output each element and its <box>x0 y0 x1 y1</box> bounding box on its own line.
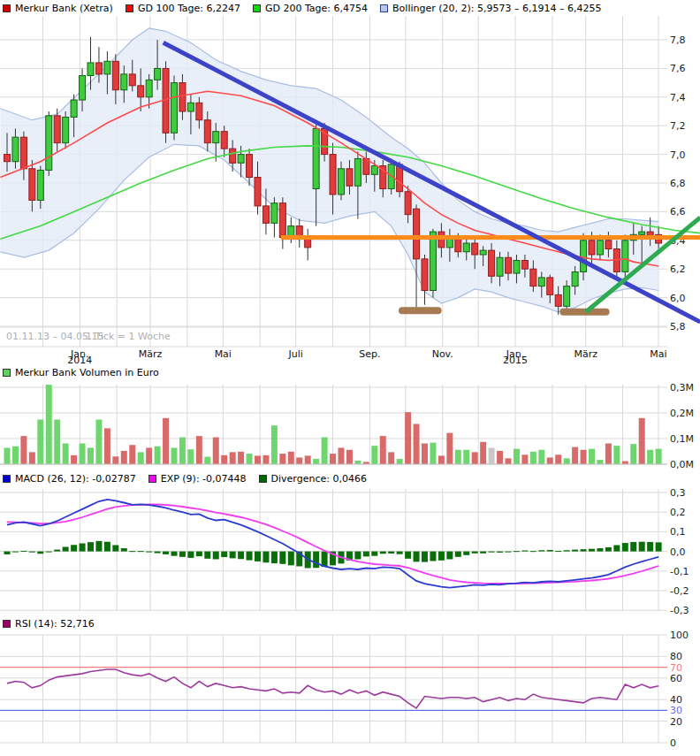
svg-text:6,0: 6,0 <box>670 293 686 304</box>
legend-label: GD 200 Tage: 6,4754 <box>265 3 368 14</box>
legend-item: EXP (9): -0,07448 <box>148 473 247 485</box>
legend-label: Bollinger (20, 2): 5,9573 – 6,1914 – 6,4… <box>392 3 601 14</box>
date-axis-labels: Jan.2014MärzMaiJuliSep.Nov.Jan.2015MärzM… <box>67 348 666 364</box>
legend-item: Bollinger (20, 2): 5,9573 – 6,1914 – 6,4… <box>380 3 601 14</box>
rsi-chart: 1008070604030200 <box>0 631 700 756</box>
svg-text:0: 0 <box>670 737 676 749</box>
svg-text:2015: 2015 <box>503 355 528 364</box>
legend-label: GD 100 Tage: 6,2247 <box>138 3 240 14</box>
legend-row-volume: Merkur Bank Volumen in Euro <box>0 364 700 381</box>
svg-text:7,2: 7,2 <box>670 120 686 132</box>
legend-item: GD 200 Tage: 6,4754 <box>253 3 368 14</box>
rsi-grid <box>0 635 667 743</box>
macd-axis-labels: 0,30,20,10,0-0,1-0,2-0,3 <box>670 487 689 615</box>
svg-text:0,3M: 0,3M <box>670 382 694 393</box>
svg-text:-0,1: -0,1 <box>670 566 689 577</box>
svg-text:Nov.: Nov. <box>432 348 453 360</box>
svg-text:Mai: Mai <box>650 348 666 360</box>
svg-text:30: 30 <box>670 705 682 716</box>
svg-text:7,0: 7,0 <box>670 149 686 161</box>
legend-item: MACD (26, 12): -0,02787 <box>3 473 136 485</box>
svg-text:100: 100 <box>670 631 689 641</box>
volume-bar-chart: 0,3M0,2M0,1M0,0M <box>0 381 700 470</box>
chart-page: Merkur Bank (Xetra)GD 100 Tage: 6,2247GD… <box>0 0 700 756</box>
svg-text:Sep.: Sep. <box>359 348 380 360</box>
svg-text:40: 40 <box>670 694 682 706</box>
svg-text:März: März <box>574 348 597 360</box>
volume-axis-labels: 0,3M0,2M0,1M0,0M <box>670 382 694 470</box>
legend-color-swatch-icon <box>253 4 261 12</box>
legend-label: Divergence: 0,0466 <box>271 473 367 485</box>
svg-text:0,2M: 0,2M <box>670 408 694 419</box>
legend-label: Merkur Bank Volumen in Euro <box>15 367 159 378</box>
legend-color-swatch-icon <box>259 475 267 483</box>
legend-item: Divergence: 0,0466 <box>259 473 367 485</box>
legend-item: GD 100 Tage: 6,2247 <box>126 3 240 14</box>
legend-color-swatch-icon <box>126 4 133 12</box>
legend-item: RSI (14): 52,716 <box>3 618 95 630</box>
legend-color-swatch-icon <box>148 475 156 483</box>
svg-text:0,1M: 0,1M <box>670 433 694 445</box>
legend-color-swatch-icon <box>380 4 388 12</box>
svg-text:Mai: Mai <box>215 348 232 360</box>
legend-label: RSI (14): 52,716 <box>15 618 95 630</box>
legend-item: Merkur Bank Volumen in Euro <box>3 367 159 378</box>
svg-text:0,2: 0,2 <box>670 507 686 518</box>
svg-text:5,8: 5,8 <box>670 321 686 332</box>
macd-chart: 0,30,20,10,0-0,1-0,2-0,3 <box>0 487 700 615</box>
legend-color-swatch-icon <box>3 369 11 377</box>
svg-text:0,0: 0,0 <box>670 546 686 558</box>
svg-text:März: März <box>139 348 163 360</box>
legend-color-swatch-icon <box>3 475 11 483</box>
svg-text:6,8: 6,8 <box>670 178 686 189</box>
svg-text:Juli: Juli <box>288 348 303 360</box>
svg-text:70: 70 <box>670 662 682 674</box>
svg-text:80: 80 <box>670 651 682 662</box>
range-info: 01.11.13 – 04.05.151 Tick = 1 Woche <box>6 331 171 342</box>
rsi-axis-labels: 1008070604030200 <box>670 631 689 749</box>
svg-text:0,3: 0,3 <box>670 487 686 499</box>
legend-item: Merkur Bank (Xetra) <box>3 3 113 14</box>
price-candlestick-chart: 7,87,67,47,27,06,86,66,46,26,05,801.11.1… <box>0 16 700 364</box>
svg-text:6,2: 6,2 <box>670 263 686 275</box>
svg-text:7,4: 7,4 <box>670 92 686 103</box>
legend-label: MACD (26, 12): -0,02787 <box>15 473 136 485</box>
svg-text:1 Tick = 1 Woche: 1 Tick = 1 Woche <box>86 331 171 342</box>
price-axis-labels: 7,87,67,47,27,06,86,66,46,26,05,8 <box>670 34 686 332</box>
legend-label: Merkur Bank (Xetra) <box>15 3 113 14</box>
svg-text:2014: 2014 <box>67 355 92 364</box>
legend-label: EXP (9): -0,07448 <box>161 473 247 485</box>
svg-text:0,0M: 0,0M <box>670 459 694 470</box>
legend-color-swatch-icon <box>3 620 11 628</box>
svg-text:-0,3: -0,3 <box>670 605 689 615</box>
legend-color-swatch-icon <box>3 4 11 12</box>
svg-text:-0,2: -0,2 <box>670 585 689 597</box>
svg-text:20: 20 <box>670 716 682 728</box>
legend-row-macd: MACD (26, 12): -0,02787EXP (9): -0,07448… <box>0 470 700 487</box>
svg-text:6,6: 6,6 <box>670 206 686 218</box>
legend-row-price: Merkur Bank (Xetra)GD 100 Tage: 6,2247GD… <box>0 0 700 16</box>
svg-text:60: 60 <box>670 673 682 684</box>
legend-row-rsi: RSI (14): 52,716 <box>0 615 700 631</box>
svg-text:7,6: 7,6 <box>670 63 686 74</box>
svg-text:0,1: 0,1 <box>670 526 686 538</box>
svg-text:7,8: 7,8 <box>670 34 686 46</box>
